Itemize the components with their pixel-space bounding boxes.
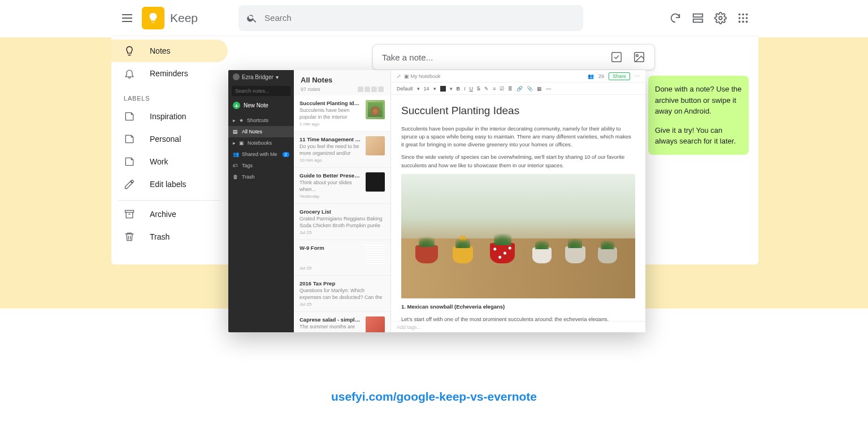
source-caption: usefyi.com/google-keep-vs-evernote bbox=[0, 390, 868, 403]
nav-trash[interactable]: 🗑Trash bbox=[228, 171, 294, 183]
sidebar-item-notes[interactable]: Notes bbox=[111, 40, 228, 62]
hr-icon[interactable]: — bbox=[546, 86, 551, 92]
keep-sidebar: Notes Reminders LABELS Inspiration Perso… bbox=[111, 36, 228, 264]
link-icon[interactable]: 🔗 bbox=[517, 86, 523, 92]
notebook-name[interactable]: My Notebook bbox=[411, 73, 441, 79]
list-icon[interactable]: ≡ bbox=[493, 86, 496, 92]
sidebar-label: Edit labels bbox=[150, 180, 186, 189]
attach-icon[interactable]: 📎 bbox=[527, 86, 533, 92]
sidebar-item-reminders[interactable]: Reminders bbox=[111, 62, 228, 85]
divider bbox=[118, 200, 221, 201]
svg-point-15 bbox=[636, 54, 639, 57]
evernote-search[interactable]: Search notes... bbox=[232, 86, 290, 96]
note-list-item[interactable]: 11 Time Management TipsDo you feel the n… bbox=[294, 132, 390, 168]
note-list-item[interactable]: Guide to Better Presentations for your B… bbox=[294, 168, 390, 204]
item-thumbnail bbox=[366, 245, 385, 264]
sidebar-label: Notes bbox=[150, 46, 171, 55]
member-count: 29 bbox=[598, 73, 604, 79]
item-date: Jul 25 bbox=[300, 230, 385, 235]
sidebar-label: Work bbox=[150, 157, 168, 166]
item-title: Succulent Planting Ideas bbox=[300, 100, 362, 106]
menu-icon[interactable] bbox=[120, 11, 134, 25]
font-select[interactable]: Default bbox=[397, 86, 413, 92]
keep-search-input[interactable] bbox=[264, 13, 575, 23]
sidebar-label: Trash bbox=[150, 232, 170, 241]
note-text-2: Give it a try! You can always search for… bbox=[655, 125, 742, 147]
note-list-item[interactable]: W-9 FormJul 25 bbox=[294, 240, 390, 276]
keep-note-card[interactable]: Done with a note? Use the archive button… bbox=[648, 76, 749, 155]
keep-app-name: Keep bbox=[170, 11, 198, 25]
color-icon[interactable] bbox=[440, 86, 446, 92]
evernote-editor: ⤢ ▣ My Notebook 👥29Share⋯ Default▾ 14▾ ▾… bbox=[391, 70, 645, 332]
note-list-item[interactable]: Succulent Planting IdeasSucculents have … bbox=[294, 96, 390, 132]
note-list-item[interactable]: Caprese salad - simple andThe summer mon… bbox=[294, 312, 390, 332]
sidebar-label-inspiration[interactable]: Inspiration bbox=[111, 105, 228, 128]
item-date: Yesterday bbox=[300, 194, 385, 199]
note-list-item[interactable]: Grocery ListGrated Parmigiano Reggiano B… bbox=[294, 204, 390, 240]
list-view-options[interactable] bbox=[358, 86, 384, 92]
keep-header: Keep bbox=[111, 0, 758, 36]
editor-breadcrumb: ⤢ ▣ My Notebook 👥29Share⋯ bbox=[391, 70, 645, 83]
sidebar-item-archive[interactable]: Archive bbox=[111, 203, 228, 225]
note-subheading: 1. Mexican snowball (Echeveria elegans) bbox=[401, 303, 635, 311]
nav-tags[interactable]: 🏷Tags bbox=[228, 160, 294, 171]
tag-icon: 🏷 bbox=[233, 163, 238, 168]
evernote-sidebar: Ezra Bridger▾ Search notes... +New Note … bbox=[228, 70, 294, 332]
badge: 2 bbox=[283, 152, 289, 157]
bold-icon[interactable]: B bbox=[457, 86, 461, 92]
apps-grid-icon[interactable] bbox=[737, 12, 749, 24]
svg-point-2 bbox=[719, 16, 722, 20]
svg-rect-12 bbox=[125, 210, 134, 212]
font-size[interactable]: 14 bbox=[424, 86, 429, 92]
nav-shared[interactable]: 👥Shared with Me2 bbox=[228, 149, 294, 160]
svg-point-8 bbox=[746, 17, 748, 19]
nav-shortcuts[interactable]: ▸★Shortcuts bbox=[228, 115, 294, 126]
sidebar-label-personal[interactable]: Personal bbox=[111, 128, 228, 150]
note-paragraph: Let's start off with one of the most pro… bbox=[401, 315, 635, 321]
plus-icon: + bbox=[233, 102, 240, 109]
labels-header: LABELS bbox=[111, 85, 228, 105]
refresh-icon[interactable] bbox=[669, 12, 682, 24]
checklist-icon[interactable]: ☑ bbox=[500, 86, 504, 92]
item-thumbnail bbox=[366, 136, 385, 155]
expand-icon[interactable]: ⤢ bbox=[397, 73, 401, 79]
sidebar-edit-labels[interactable]: Edit labels bbox=[111, 173, 228, 196]
editor-toolbar[interactable]: Default▾ 14▾ ▾ BIU S̶✎ ≡☑≣ 🔗📎▦— bbox=[391, 83, 645, 95]
nav-all-notes[interactable]: ▤All Notes bbox=[228, 126, 294, 137]
more-icon[interactable]: ⋯ bbox=[635, 73, 640, 79]
note-text-1: Done with a note? Use the archive button… bbox=[655, 84, 742, 117]
sidebar-label-work[interactable]: Work bbox=[111, 150, 228, 173]
sidebar-item-trash[interactable]: Trash bbox=[111, 225, 228, 248]
list-view-icon[interactable] bbox=[692, 12, 704, 24]
item-snippet: Succulents have been popular in the inte… bbox=[300, 107, 362, 120]
nav-notebooks[interactable]: ▸▣Notebooks bbox=[228, 137, 294, 149]
note-list-item[interactable]: 2016 Tax PrepQuestions for Marilyn: Whic… bbox=[294, 276, 390, 312]
tags-input[interactable]: Add tags... bbox=[391, 321, 645, 332]
table-icon[interactable]: ▦ bbox=[537, 86, 542, 92]
align-icon[interactable]: ≣ bbox=[508, 86, 513, 92]
take-note-input[interactable]: Take a note... bbox=[372, 44, 655, 70]
trash-icon: 🗑 bbox=[233, 174, 238, 180]
checkbox-icon[interactable] bbox=[610, 51, 623, 63]
item-snippet: Do you feel the need to be more organize… bbox=[300, 144, 362, 156]
item-snippet: Grated Parmigiano Reggiano Baking Soda C… bbox=[300, 216, 385, 228]
item-snippet: Questions for Marilyn: Which expenses ca… bbox=[300, 288, 385, 300]
strike-icon[interactable]: S̶ bbox=[477, 86, 480, 92]
notebook-icon: ▣ bbox=[239, 140, 244, 146]
item-title: Guide to Better Presentations for your B… bbox=[300, 172, 362, 179]
keep-search-bar[interactable] bbox=[238, 5, 583, 31]
italic-icon[interactable]: I bbox=[464, 86, 466, 92]
editor-content[interactable]: Succulent Planting Ideas Succulents have… bbox=[391, 95, 645, 321]
settings-icon[interactable] bbox=[714, 12, 727, 24]
highlight-icon[interactable]: ✎ bbox=[484, 86, 489, 92]
note-title[interactable]: Succulent Planting Ideas bbox=[401, 103, 635, 119]
underline-icon[interactable]: U bbox=[470, 86, 474, 92]
item-snippet: Think about your slides when... bbox=[300, 180, 362, 192]
evernote-user-menu[interactable]: Ezra Bridger▾ bbox=[228, 70, 294, 84]
star-icon: ★ bbox=[239, 118, 244, 123]
evernote-note-list: All Notes 97 notes Succulent Planting Id… bbox=[294, 70, 391, 332]
note-list-meta: 97 notes bbox=[294, 86, 390, 96]
new-note-button[interactable]: +New Note bbox=[233, 102, 289, 109]
share-button[interactable]: Share bbox=[609, 72, 630, 80]
image-icon[interactable] bbox=[633, 51, 645, 63]
